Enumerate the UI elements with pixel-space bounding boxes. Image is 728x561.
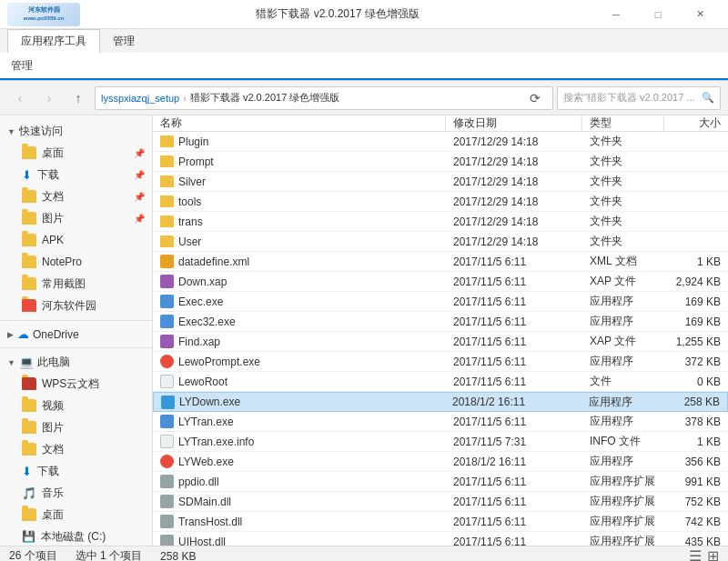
close-button[interactable]: ✕ bbox=[679, 0, 721, 29]
file-cell-size: 742 KB bbox=[664, 516, 728, 528]
sidebar-item-wps[interactable]: WPS云文档 bbox=[0, 373, 152, 395]
status-bar: 26 个项目 选中 1 个项目 258 KB ☰ ⊞ bbox=[0, 546, 728, 561]
music-icon: 🎵 bbox=[22, 486, 36, 500]
expand-icon-this-pc: ▼ bbox=[7, 358, 15, 367]
file-cell-name: LewoRoot bbox=[153, 375, 446, 388]
table-row[interactable]: LYTran.exe.info 2017/11/5 7:31 INFO 文件 1… bbox=[153, 432, 728, 452]
file-cell-name: LYWeb.exe bbox=[153, 455, 446, 468]
table-row[interactable]: LewoRoot 2017/11/5 6:11 文件 0 KB bbox=[153, 372, 728, 392]
minimize-button[interactable]: ─ bbox=[595, 0, 637, 29]
table-row[interactable]: Exec.exe 2017/11/5 6:11 应用程序 169 KB bbox=[153, 292, 728, 312]
breadcrumb-separator: › bbox=[183, 93, 187, 104]
file-cell-type: 文件夹 bbox=[582, 234, 664, 249]
sidebar-item-download-1[interactable]: ⬇ 下载 📌 bbox=[0, 164, 152, 185]
col-header-type[interactable]: 类型 bbox=[582, 115, 664, 131]
file-cell-name: datadefine.xml bbox=[153, 255, 446, 268]
sidebar-item-apk[interactable]: APK bbox=[0, 229, 152, 251]
table-row[interactable]: LYTran.exe 2017/11/5 6:11 应用程序 378 KB bbox=[153, 412, 728, 432]
sidebar-item-docs-1[interactable]: 文档 📌 bbox=[0, 185, 152, 207]
dll-icon bbox=[160, 495, 174, 508]
file-cell-date: 2017/12/29 14:18 bbox=[446, 135, 582, 148]
file-cell-type: 文件夹 bbox=[582, 134, 664, 149]
sidebar-item-video[interactable]: 视频 bbox=[0, 395, 152, 416]
refresh-button[interactable]: ⟳ bbox=[523, 86, 547, 110]
file-name: UIHost.dll bbox=[178, 536, 226, 546]
table-row[interactable]: LewoPrompt.exe 2017/11/5 6:11 应用程序 372 K… bbox=[153, 352, 728, 372]
ribbon-tab-manage[interactable]: 管理 bbox=[100, 29, 147, 53]
table-row[interactable]: SDMain.dll 2017/11/5 6:11 应用程序扩展 752 KB bbox=[153, 492, 728, 512]
sidebar-item-download-2[interactable]: ⬇ 下载 bbox=[0, 460, 152, 482]
col-header-size[interactable]: 大小 bbox=[664, 115, 728, 131]
sidebar-item-desktop-1[interactable]: 桌面 📌 bbox=[0, 142, 152, 164]
sidebar-group-quick-access[interactable]: ▼ 快速访问 bbox=[0, 121, 152, 142]
sidebar-item-music[interactable]: 🎵 音乐 bbox=[0, 482, 152, 504]
forward-button[interactable]: › bbox=[36, 85, 62, 111]
folder-icon bbox=[22, 399, 36, 412]
table-row[interactable]: Exec32.exe 2017/11/5 6:11 应用程序 169 KB bbox=[153, 312, 728, 332]
file-cell-date: 2017/12/29 14:18 bbox=[446, 155, 582, 168]
file-cell-date: 2017/12/29 14:18 bbox=[446, 195, 582, 208]
xml-icon bbox=[160, 255, 174, 268]
sidebar-group-onedrive[interactable]: ▶ ☁ OneDrive bbox=[0, 325, 152, 344]
table-row[interactable]: tools 2017/12/29 14:18 文件夹 bbox=[153, 192, 728, 212]
table-row[interactable]: Find.xap 2017/11/5 6:11 XAP 文件 1,255 KB bbox=[153, 332, 728, 352]
sidebar-item-label: 文档 bbox=[42, 442, 64, 457]
window-title: 猎影下载器 v2.0.2017 绿色增强版 bbox=[80, 6, 595, 22]
address-bar[interactable]: lysspxiazqj_setup › 猎影下载器 v2.0.2017 绿色增强… bbox=[95, 86, 553, 110]
table-row[interactable]: datadefine.xml 2017/11/5 6:11 XML 文档 1 K… bbox=[153, 252, 728, 272]
table-row[interactable]: trans 2017/12/29 14:18 文件夹 bbox=[153, 212, 728, 232]
xap-icon bbox=[160, 275, 174, 288]
table-row[interactable]: TransHost.dll 2017/11/5 6:11 应用程序扩展 742 … bbox=[153, 512, 728, 532]
file-name: datadefine.xml bbox=[178, 255, 249, 268]
exe-icon bbox=[160, 315, 174, 328]
file-name: Exec.exe bbox=[178, 296, 223, 308]
file-cell-type: 应用程序 bbox=[581, 395, 663, 410]
sidebar-item-pictures-2[interactable]: 图片 bbox=[0, 416, 152, 438]
table-row[interactable]: LYWeb.exe 2018/1/2 16:11 应用程序 356 KB bbox=[153, 452, 728, 472]
sidebar-item-label: 桌面 bbox=[42, 145, 64, 161]
col-header-date[interactable]: 修改日期 bbox=[446, 115, 582, 131]
file-name: Exec32.exe bbox=[178, 316, 236, 328]
sidebar-group-this-pc[interactable]: ▼ 💻 此电脑 bbox=[0, 352, 152, 373]
expand-icon-onedrive: ▶ bbox=[7, 330, 14, 339]
sidebar-item-hedong[interactable]: 河东软件园 bbox=[0, 295, 152, 316]
up-button[interactable]: ↑ bbox=[66, 85, 91, 111]
sidebar-item-drive-c[interactable]: 💾 本地磁盘 (C:) bbox=[0, 526, 152, 546]
file-cell-size: 356 KB bbox=[664, 456, 728, 468]
file-cell-name: LYDown.exe bbox=[154, 396, 445, 409]
table-row[interactable]: Down.xap 2017/11/5 6:11 XAP 文件 2,924 KB bbox=[153, 272, 728, 292]
file-cell-type: 应用程序 bbox=[582, 414, 664, 429]
sidebar-item-desktop-2[interactable]: 桌面 bbox=[0, 504, 152, 526]
file-name: Plugin bbox=[178, 135, 208, 148]
col-header-name[interactable]: 名称 bbox=[153, 115, 446, 131]
maximize-button[interactable]: □ bbox=[637, 0, 679, 29]
folder-icon bbox=[22, 443, 36, 456]
file-cell-date: 2017/11/5 6:11 bbox=[446, 496, 582, 508]
search-bar[interactable]: 搜索"猎影下载器 v2.0.2017 ... 🔍 bbox=[557, 86, 721, 110]
table-row[interactable]: Plugin 2017/12/29 14:18 文件夹 bbox=[153, 132, 728, 152]
file-cell-date: 2017/11/5 6:11 bbox=[446, 316, 582, 328]
main-area: ▼ 快速访问 桌面 📌 ⬇ 下载 📌 文档 📌 图片 📌 bbox=[0, 115, 728, 546]
table-row[interactable]: ppdio.dll 2017/11/5 6:11 应用程序扩展 991 KB bbox=[153, 472, 728, 492]
table-row[interactable]: LYDown.exe 2018/1/2 16:11 应用程序 258 KB bbox=[153, 392, 728, 412]
sidebar-item-docs-2[interactable]: 文档 bbox=[0, 438, 152, 460]
dll-icon bbox=[160, 535, 174, 546]
grid-view-button[interactable]: ⊞ bbox=[707, 547, 719, 561]
file-cell-type: 文件夹 bbox=[582, 174, 664, 189]
back-button[interactable]: ‹ bbox=[7, 85, 33, 111]
file-cell-type: 应用程序扩展 bbox=[582, 534, 664, 546]
breadcrumb-item-1[interactable]: lysspxiazqj_setup bbox=[101, 93, 179, 104]
sidebar-item-notepro[interactable]: NotePro bbox=[0, 251, 152, 273]
file-cell-date: 2017/11/5 6:11 bbox=[446, 476, 582, 488]
table-row[interactable]: UIHost.dll 2017/11/5 6:11 应用程序扩展 435 KB bbox=[153, 532, 728, 546]
ribbon-tab-tools[interactable]: 应用程序工具 bbox=[7, 29, 100, 53]
list-view-button[interactable]: ☰ bbox=[689, 547, 702, 561]
title-bar-left: 河东软件园www.pc0359.cn bbox=[7, 3, 80, 26]
table-row[interactable]: Silver 2017/12/29 14:18 文件夹 bbox=[153, 172, 728, 192]
search-icon[interactable]: 🔍 bbox=[702, 92, 714, 104]
sidebar-item-pictures-1[interactable]: 图片 📌 bbox=[0, 207, 152, 229]
pin-icon: 📌 bbox=[134, 192, 145, 202]
table-row[interactable]: User 2017/12/29 14:18 文件夹 bbox=[153, 232, 728, 252]
table-row[interactable]: Prompt 2017/12/29 14:18 文件夹 bbox=[153, 152, 728, 172]
sidebar-item-screenshots[interactable]: 常用截图 bbox=[0, 273, 152, 295]
